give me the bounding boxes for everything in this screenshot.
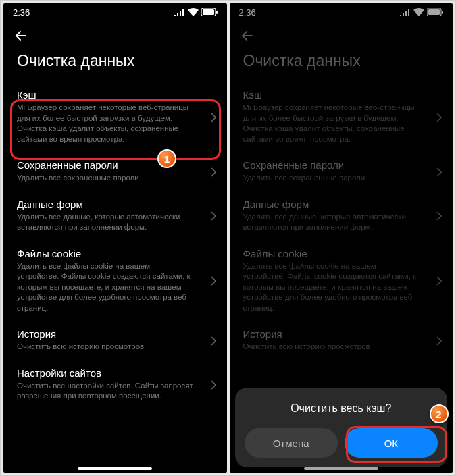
item-desc: Удалить все сохраненные пароли — [17, 173, 213, 184]
settings-list: Кэш Mi Браузер сохраняет некоторые веб-с… — [3, 82, 227, 473]
titlebar — [3, 21, 227, 48]
item-title: Сохраненные пароли — [17, 159, 213, 171]
ok-button[interactable]: ОК — [345, 428, 438, 458]
chevron-right-icon — [211, 336, 216, 346]
item-sitesettings[interactable]: Настройки сайтов Очистить все настройки … — [7, 361, 223, 410]
battery-icon — [201, 8, 218, 16]
dialog-title: Очистить весь кэш? — [245, 402, 438, 415]
item-title: Файлы cookie — [17, 248, 213, 259]
status-time: 2:36 — [13, 7, 30, 18]
chevron-right-icon — [211, 113, 216, 122]
item-title: Кэш — [17, 89, 213, 101]
confirm-dialog: Очистить весь кэш? Отмена ОК — [235, 388, 448, 467]
cancel-button[interactable]: Отмена — [245, 428, 338, 458]
item-title: Настройки сайтов — [17, 367, 213, 379]
item-cookies[interactable]: Файлы cookie Удалить все файлы cookie на… — [7, 241, 223, 322]
item-formdata[interactable]: Данные форм Удалить все данные, которые … — [7, 192, 223, 241]
dialog-buttons: Отмена ОК — [245, 428, 438, 458]
item-desc: Удалить все файлы cookie на вашем устрой… — [17, 261, 213, 314]
page-title: Очистка данных — [3, 48, 227, 82]
phone-left: 2:36 Очистка данных Кэш Mi Браузер сохра… — [3, 3, 227, 473]
signal-icon — [174, 9, 185, 16]
item-desc: Удалить все данные, которые автоматическ… — [17, 212, 213, 233]
item-cache[interactable]: Кэш Mi Браузер сохраняет некоторые веб-с… — [7, 82, 223, 153]
phone-right: 2:36 Очистка данных Кэш Mi Браузер сохра… — [230, 3, 453, 473]
chevron-right-icon — [211, 167, 216, 177]
item-desc: Mi Браузер сохраняет некоторые веб-стран… — [17, 103, 213, 144]
item-passwords[interactable]: Сохраненные пароли Удалить все сохраненн… — [7, 153, 223, 192]
home-indicator[interactable] — [78, 467, 152, 470]
wifi-icon — [188, 8, 199, 16]
status-icons — [174, 8, 218, 16]
back-icon[interactable] — [13, 28, 29, 44]
item-title: История — [17, 328, 213, 340]
chevron-right-icon — [211, 380, 216, 390]
chevron-right-icon — [211, 211, 216, 221]
item-title: Данные форм — [17, 199, 213, 210]
item-desc: Очистить всю историю просмотров — [17, 342, 213, 352]
item-desc: Очистить все настройки сайтов. Сайты зап… — [17, 381, 213, 402]
status-bar: 2:36 — [3, 3, 227, 21]
svg-rect-1 — [203, 9, 214, 15]
chevron-right-icon — [211, 276, 216, 286]
svg-rect-2 — [216, 11, 218, 14]
step-badge-1: 1 — [157, 149, 176, 168]
item-history[interactable]: История Очистить всю историю просмотров — [7, 321, 223, 361]
step-badge-2: 2 — [430, 404, 449, 423]
